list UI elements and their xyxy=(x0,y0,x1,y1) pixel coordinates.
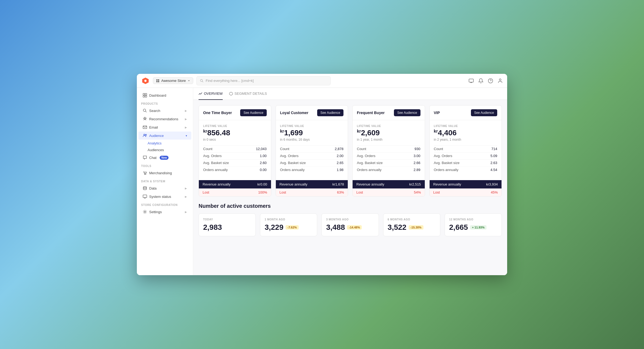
revenue-label-3: Revenue annually xyxy=(433,182,461,186)
sidebar-item-email[interactable]: Email ▶ xyxy=(138,123,191,131)
active-period-4: 12 MONTHS AGO xyxy=(449,218,497,221)
segment-title-2: Frequent Buyer xyxy=(357,111,385,115)
bell-icon[interactable] xyxy=(478,78,484,83)
stat-label-1-2: Avg. Basket size xyxy=(280,161,306,165)
search-label: Search xyxy=(149,109,160,113)
sidebar-item-settings[interactable]: Settings ▶ xyxy=(138,208,191,216)
segment-body-1: LIFETIME VALUE kr1,699 in 6 months, 16 d… xyxy=(276,120,348,177)
currency-1: kr xyxy=(280,129,284,133)
help-icon[interactable] xyxy=(488,78,493,83)
stat-row-0-0: Count 12,043 xyxy=(203,145,267,152)
svg-line-18 xyxy=(145,111,147,112)
segment-header-1: Loyal Customer See Audience xyxy=(276,106,348,120)
chat-label: Chat xyxy=(149,156,156,160)
store-selector[interactable]: Awesome Store xyxy=(153,77,193,84)
stat-value-2-2: 2.66 xyxy=(414,161,420,165)
stat-label-2-0: Count xyxy=(357,147,366,151)
data-label: Data xyxy=(149,186,156,190)
lifetime-period-1: in 6 months, 16 days xyxy=(280,138,344,141)
change-badge-4: + 11.93% xyxy=(470,225,486,230)
sidebar-sub-analytics[interactable]: Analytics xyxy=(137,140,193,147)
chart-icon xyxy=(199,92,202,96)
store-name: Awesome Store xyxy=(161,79,186,83)
tab-overview[interactable]: OVERVIEW xyxy=(199,88,223,100)
currency-0: kr xyxy=(203,129,207,133)
sidebar-item-dashboard[interactable]: Dashboard xyxy=(138,91,191,99)
tab-segment-details[interactable]: SEGMENT DETAILS xyxy=(229,88,267,100)
svg-point-20 xyxy=(144,134,145,136)
svg-point-24 xyxy=(143,187,147,188)
recommendations-arrow: ▶ xyxy=(185,118,187,121)
svg-rect-25 xyxy=(143,195,147,198)
lost-bar-0: Lost 100% xyxy=(199,188,271,196)
lifetime-period-0: in 0 secs xyxy=(203,138,267,141)
system-label: System status xyxy=(149,195,171,199)
stat-label-3-2: Avg. Basket size xyxy=(434,161,460,165)
currency-2: kr xyxy=(357,129,361,133)
sidebar-item-recommendations[interactable]: Recommendations ▶ xyxy=(138,115,191,123)
email-label: Email xyxy=(149,125,158,129)
stat-label-3-0: Count xyxy=(434,147,443,151)
stat-value-2-3: 2.89 xyxy=(414,168,420,172)
sidebar-sub-audiences[interactable]: Audiences xyxy=(137,147,193,153)
screen-share-icon[interactable] xyxy=(469,78,474,83)
content-inner: One Time Buyer See Audience LIFETIME VAL… xyxy=(193,100,507,242)
section-label-store: STORE CONFIGURATION xyxy=(137,201,193,208)
lifetime-value-0: kr856.48 xyxy=(203,129,267,137)
lifetime-value-2: kr2,609 xyxy=(357,129,420,137)
search-bar[interactable]: Find everything here... [cmd+k] xyxy=(196,76,331,85)
active-card-0: TODAY 2,983 xyxy=(199,213,256,236)
system-icon xyxy=(143,194,147,199)
sidebar-item-data[interactable]: Data ▶ xyxy=(138,184,191,192)
stat-row-0-2: Avg. Basket size 2.60 xyxy=(203,159,267,166)
active-customers-grid: TODAY 2,983 1 MONTH AGO 3,229-7.62% 3 MO… xyxy=(199,213,502,236)
stat-label-0-2: Avg. Basket size xyxy=(203,161,229,165)
active-card-2: 3 MONTHS AGO 3,488-14.48% xyxy=(321,213,379,236)
svg-line-6 xyxy=(202,81,203,82)
user-icon[interactable] xyxy=(497,78,503,83)
sidebar-item-audience[interactable]: Audience ▾ xyxy=(138,132,191,140)
stat-row-3-1: Avg. Orders 5.09 xyxy=(434,152,497,159)
audience-arrow: ▾ xyxy=(186,134,187,137)
segment-title-3: VIP xyxy=(434,111,440,115)
sidebar-item-system[interactable]: System status ▶ xyxy=(138,192,191,201)
lifetime-label-3: LIFETIME VALUE xyxy=(434,125,497,128)
stat-value-1-0: 2,878 xyxy=(335,147,343,151)
segment-icon xyxy=(229,92,233,96)
settings-label: Settings xyxy=(149,210,162,214)
svg-point-0 xyxy=(144,80,147,82)
sidebar-item-merchandising[interactable]: Merchandising xyxy=(138,169,191,177)
email-icon xyxy=(143,125,147,129)
segment-body-0: LIFETIME VALUE kr856.48 in 0 secs Count … xyxy=(199,120,271,177)
stat-row-2-3: Orders annually 2.89 xyxy=(357,166,420,173)
settings-arrow: ▶ xyxy=(185,210,187,213)
search-placeholder: Find everything here... [cmd+k] xyxy=(206,79,254,83)
active-period-2: 3 MONTHS AGO xyxy=(326,218,374,221)
lost-value-2: 54% xyxy=(414,190,421,194)
sidebar-item-search[interactable]: Search ▶ xyxy=(138,107,191,115)
segment-card-3: VIP See Audience LIFETIME VALUE kr4,406 … xyxy=(429,105,502,197)
active-card-4: 12 MONTHS AGO 2,665+ 11.93% xyxy=(445,213,502,236)
audience-icon xyxy=(143,133,147,138)
stat-value-2-1: 3.00 xyxy=(414,154,420,158)
see-audience-btn-1[interactable]: See Audience xyxy=(317,109,343,116)
stat-row-1-1: Avg. Orders 2.00 xyxy=(280,152,344,159)
see-audience-btn-0[interactable]: See Audience xyxy=(240,109,266,116)
change-badge-3: -15.30% xyxy=(409,225,423,230)
see-audience-btn-2[interactable]: See Audience xyxy=(394,109,420,116)
stat-label-3-3: Orders annually xyxy=(434,168,459,172)
lost-bar-1: Lost 63% xyxy=(276,188,348,196)
active-value-4: 2,665+ 11.93% xyxy=(449,223,497,232)
lost-value-3: 45% xyxy=(491,190,498,194)
active-period-1: 1 MONTH AGO xyxy=(265,218,313,221)
lifetime-label-0: LIFETIME VALUE xyxy=(203,125,267,128)
revenue-bar-1: Revenue annually kr1,678 xyxy=(276,180,348,188)
stat-row-2-2: Avg. Basket size 2.66 xyxy=(357,159,420,166)
see-audience-btn-3[interactable]: See Audience xyxy=(471,109,497,116)
stat-label-0-1: Avg. Orders xyxy=(203,154,222,158)
content-area: OVERVIEW SEGMENT DETAILS One Time Buyer … xyxy=(193,88,507,275)
sidebar-item-chat[interactable]: Chat New xyxy=(138,154,191,162)
active-value-0: 2,983 xyxy=(203,223,251,232)
svg-point-17 xyxy=(143,109,146,111)
stat-row-3-2: Avg. Basket size 2.63 xyxy=(434,159,497,166)
